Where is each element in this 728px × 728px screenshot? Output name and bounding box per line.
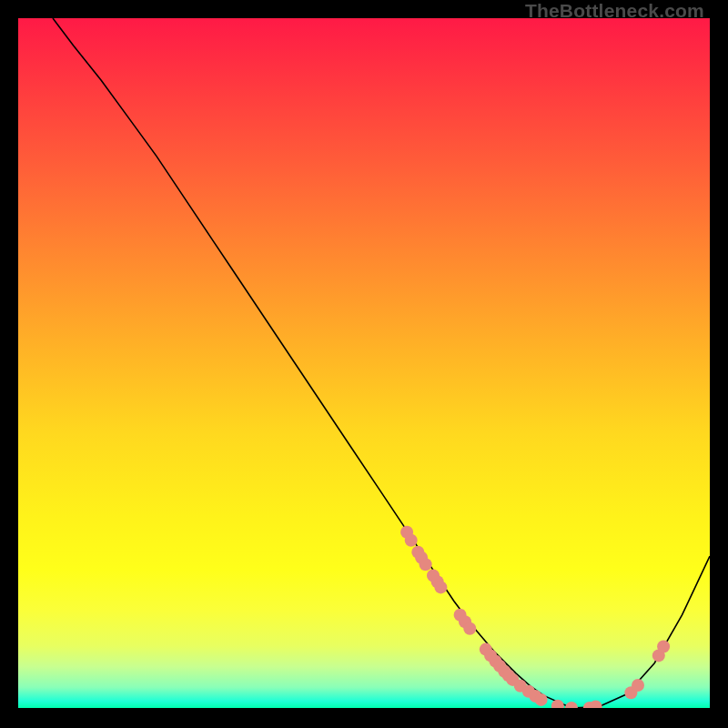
data-point [551,700,564,708]
data-point [463,622,476,635]
bottleneck-curve [53,18,710,708]
data-point [657,641,670,653]
data-point [434,581,447,593]
data-point [565,702,578,708]
data-point [535,693,548,706]
chart-svg [18,18,710,708]
data-point [590,701,602,709]
data-point [405,534,418,547]
data-point [420,558,432,571]
data-points-group [400,526,670,708]
data-point [632,679,644,692]
